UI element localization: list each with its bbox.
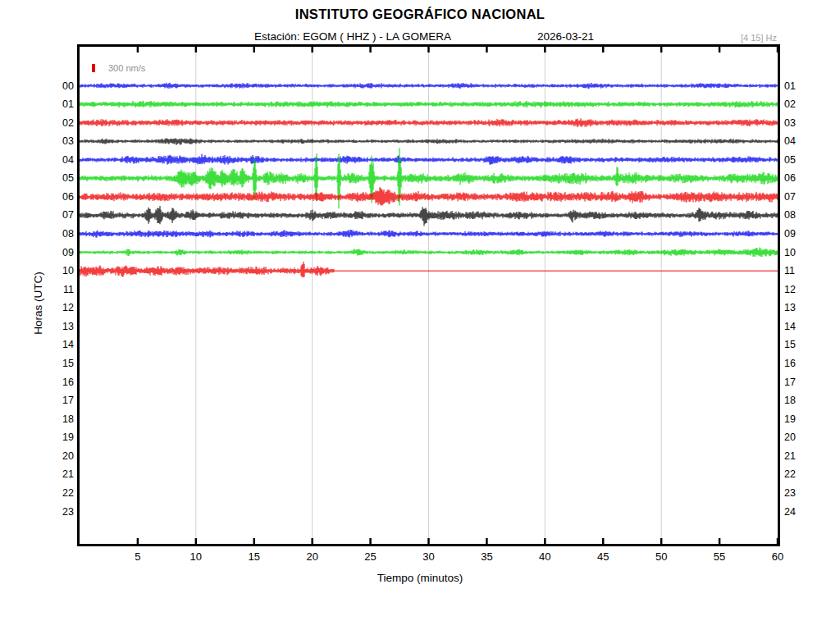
hour-label-left: 14 xyxy=(44,338,74,351)
minute-tick-label: 10 xyxy=(180,550,212,563)
hour-label-left: 04 xyxy=(44,153,74,167)
hour-label-right: 09 xyxy=(784,227,814,240)
hour-label-right: 12 xyxy=(784,283,814,296)
minute-tick-label: 45 xyxy=(587,550,619,563)
hour-label-left: 12 xyxy=(44,301,74,314)
hour-label-right: 06 xyxy=(784,171,814,185)
hour-label-right: 14 xyxy=(784,320,814,333)
hour-label-left: 00 xyxy=(44,80,74,93)
hour-label-left: 23 xyxy=(44,505,74,518)
minute-tick-label: 20 xyxy=(296,550,329,563)
hour-label-left: 06 xyxy=(44,190,74,203)
hour-label-right: 13 xyxy=(784,301,814,314)
hour-label-left: 16 xyxy=(44,376,74,389)
hour-label-left: 07 xyxy=(44,208,74,221)
hour-label-right: 16 xyxy=(784,357,814,370)
hour-label-left: 02 xyxy=(44,116,74,130)
hour-label-right: 02 xyxy=(784,98,814,111)
hour-label-right: 10 xyxy=(784,246,814,259)
hour-label-left: 09 xyxy=(44,246,74,259)
hour-label-right: 08 xyxy=(784,208,814,221)
minute-tick-label: 25 xyxy=(354,550,387,563)
hour-label-left: 11 xyxy=(44,283,74,296)
seismogram-traces xyxy=(80,47,778,544)
minute-tick-label: 35 xyxy=(470,550,503,563)
date-label: 2026-03-21 xyxy=(537,30,594,43)
hour-label-right: 03 xyxy=(784,116,814,130)
hour-label-right: 07 xyxy=(784,190,814,203)
minute-tick-label: 50 xyxy=(645,550,678,563)
hour-label-right: 19 xyxy=(784,413,814,426)
minute-tick-label: 30 xyxy=(413,550,445,563)
seismogram-plot-area xyxy=(77,44,780,546)
minute-tick-label: 5 xyxy=(121,550,154,563)
hour-label-right: 22 xyxy=(784,468,814,481)
minute-tick-label: 55 xyxy=(703,550,736,563)
hour-label-left: 13 xyxy=(44,320,74,333)
hour-label-right: 23 xyxy=(784,486,814,500)
hour-label-left: 15 xyxy=(44,357,74,370)
hour-label-left: 20 xyxy=(44,450,74,463)
hour-label-right: 11 xyxy=(784,264,814,277)
hour-label-right: 15 xyxy=(784,338,814,351)
hour-label-right: 18 xyxy=(784,394,814,407)
minute-tick-label: 40 xyxy=(528,550,561,563)
minute-tick-label: 60 xyxy=(761,550,794,563)
hour-label-right: 17 xyxy=(784,376,814,389)
hour-label-left: 18 xyxy=(44,413,74,426)
hour-label-left: 17 xyxy=(44,394,74,407)
hour-label-left: 19 xyxy=(44,431,74,444)
helicorder-page: INSTITUTO GEOGRÁFICO NACIONAL Estación: … xyxy=(0,0,840,630)
hour-label-left: 08 xyxy=(44,227,74,240)
hour-label-right: 21 xyxy=(784,450,814,463)
hour-label-right: 04 xyxy=(784,135,814,148)
hour-label-left: 03 xyxy=(44,135,74,148)
hour-label-right: 24 xyxy=(784,505,814,518)
hour-label-left: 05 xyxy=(44,171,74,185)
hour-label-left: 21 xyxy=(44,468,74,481)
filter-band-label: [4 15] Hz xyxy=(741,33,777,43)
hour-label-left: 10 xyxy=(44,264,74,277)
hour-label-left: 22 xyxy=(44,486,74,500)
y-axis-title: Horas (UTC) xyxy=(32,254,44,353)
station-label: Estación: EGOM ( HHZ ) - LA GOMERA xyxy=(254,30,451,43)
hour-label-right: 05 xyxy=(784,153,814,167)
trace-hour-10 xyxy=(80,262,334,277)
x-axis-title: Tiempo (minutos) xyxy=(0,572,840,584)
page-title: INSTITUTO GEOGRÁFICO NACIONAL xyxy=(0,7,840,22)
hour-label-right: 20 xyxy=(784,431,814,444)
minute-tick-label: 15 xyxy=(238,550,271,563)
hour-label-right: 01 xyxy=(784,80,814,93)
hour-label-left: 01 xyxy=(44,98,74,111)
